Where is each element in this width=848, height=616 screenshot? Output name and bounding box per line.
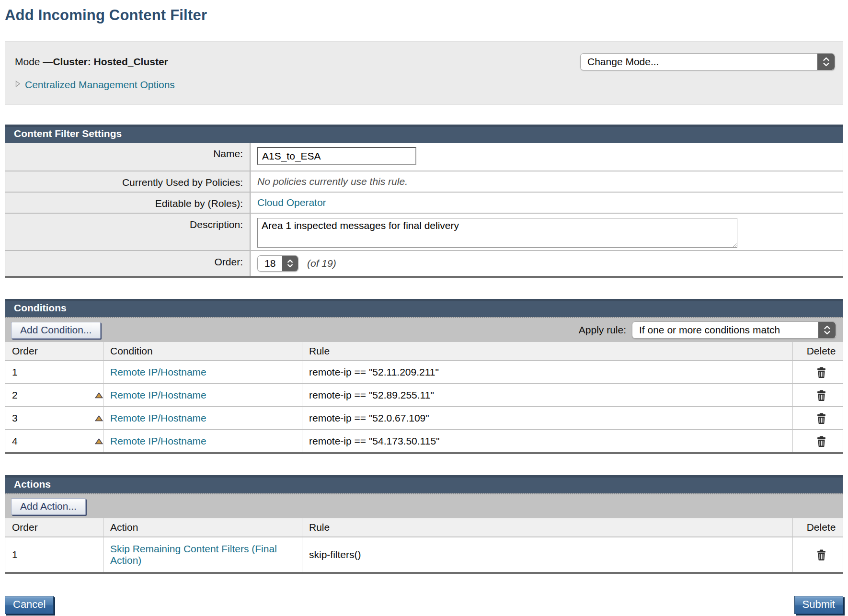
description-label: Description: (5, 214, 250, 250)
order-select[interactable]: 18 (257, 255, 298, 272)
submit-button[interactable]: Submit (794, 596, 843, 614)
description-row: Description: Area 1 inspected messages f… (5, 213, 843, 250)
trash-icon[interactable] (816, 367, 826, 378)
actions-table: Order Action Rule Delete 1 Skip Rema (5, 518, 843, 572)
triangle-right-icon (15, 80, 21, 90)
action-row: 1 Skip Remaining Content Filters (Final … (5, 536, 843, 572)
condition-order: 1 (12, 366, 18, 378)
content-filter-settings-header: Content Filter Settings (5, 125, 843, 143)
condition-order: 2 (12, 389, 18, 401)
content-filter-settings-panel: Content Filter Settings Name: Currently … (5, 125, 843, 278)
condition-row: 3 Remote IP/Hostname remote-ip == "52.0.… (5, 406, 843, 429)
actions-toolbar: Add Action... (5, 493, 843, 518)
mode-panel: Mode —Cluster: Hosted_Cluster Change Mod… (5, 41, 843, 105)
trash-icon[interactable] (816, 390, 826, 401)
triangle-up-icon[interactable] (95, 438, 103, 445)
description-textarea[interactable]: Area 1 inspected messages for final deli… (257, 218, 737, 248)
condition-link[interactable]: Remote IP/Hostname (110, 366, 206, 378)
column-header-delete: Delete (793, 342, 843, 360)
conditions-table-head: Order Condition Rule Delete (5, 342, 843, 360)
centralized-management-row: Centralized Management Options (15, 79, 835, 91)
condition-order: 3 (12, 412, 18, 424)
mode-row: Mode —Cluster: Hosted_Cluster Change Mod… (15, 53, 835, 70)
centralized-management-link[interactable]: Centralized Management Options (25, 79, 175, 91)
condition-row: 1 Remote IP/Hostname remote-ip == "52.11… (5, 360, 843, 383)
mode-value: Cluster: Hosted_Cluster (53, 56, 168, 67)
policies-row: Currently Used by Policies: No policies … (5, 171, 843, 192)
conditions-rows: 1 Remote IP/Hostname remote-ip == "52.11… (5, 360, 843, 452)
actions-table-head: Order Action Rule Delete (5, 518, 843, 536)
column-header-delete: Delete (793, 518, 843, 536)
condition-rule: remote-ip == "52.89.255.11" (302, 384, 793, 406)
condition-rule: remote-ip == "54.173.50.115" (302, 430, 793, 452)
change-mode-select-value: Change Mode... (581, 54, 817, 70)
cancel-button[interactable]: Cancel (5, 596, 54, 614)
apply-rule-group: Apply rule: If one or more conditions ma… (579, 321, 836, 339)
name-row: Name: (5, 143, 843, 171)
updown-chevrons-icon (282, 256, 298, 271)
condition-rule: remote-ip == "52.11.209.211" (302, 361, 793, 383)
trash-icon[interactable] (816, 436, 826, 447)
mode-text: Mode —Cluster: Hosted_Cluster (15, 56, 168, 68)
condition-row: 2 Remote IP/Hostname remote-ip == "52.89… (5, 383, 843, 406)
column-header-condition: Condition (103, 342, 302, 360)
column-header-action: Action (103, 518, 302, 536)
order-label: Order: (5, 251, 250, 276)
add-condition-button[interactable]: Add Condition... (11, 322, 101, 339)
order-row: Order: 18 (of 19) (5, 250, 843, 276)
order-total: (of 19) (307, 258, 336, 269)
condition-link[interactable]: Remote IP/Hostname (110, 389, 206, 401)
triangle-up-icon[interactable] (95, 392, 103, 399)
action-rule: skip-filters() (302, 537, 793, 572)
conditions-header: Conditions (5, 299, 843, 317)
trash-icon[interactable] (816, 549, 826, 560)
name-label: Name: (5, 143, 250, 171)
policies-label: Currently Used by Policies: (5, 171, 250, 192)
condition-rule: remote-ip == "52.0.67.109" (302, 407, 793, 429)
condition-order: 4 (12, 435, 18, 447)
page-title: Add Incoming Content Filter (5, 7, 843, 24)
column-header-order: Order (5, 518, 103, 536)
apply-rule-select[interactable]: If one or more conditions match (632, 321, 836, 339)
triangle-up-icon[interactable] (95, 415, 103, 422)
editable-roles-label: Editable by (Roles): (5, 193, 250, 213)
conditions-panel: Conditions Add Condition... Apply rule: … (5, 299, 843, 454)
updown-chevrons-icon (817, 54, 835, 70)
apply-rule-label: Apply rule: (579, 324, 626, 336)
page: Add Incoming Content Filter Mode —Cluste… (0, 7, 848, 614)
conditions-table: Order Condition Rule Delete 1 Remote (5, 342, 843, 452)
name-input[interactable] (257, 147, 416, 165)
column-header-rule: Rule (302, 342, 793, 360)
order-select-value: 18 (258, 256, 282, 271)
actions-header: Actions (5, 475, 843, 493)
condition-link[interactable]: Remote IP/Hostname (110, 412, 206, 424)
editable-roles-row: Editable by (Roles): Cloud Operator (5, 192, 843, 213)
action-link[interactable]: Skip Remaining Content Filters (Final Ac… (110, 543, 294, 566)
conditions-toolbar: Add Condition... Apply rule: If one or m… (5, 317, 843, 342)
actions-panel: Actions Add Action... Order Action Rule … (5, 475, 843, 574)
actions-rows: 1 Skip Remaining Content Filters (Final … (5, 536, 843, 572)
mode-label: Mode — (15, 56, 53, 67)
change-mode-select[interactable]: Change Mode... (580, 53, 835, 70)
footer: Cancel Submit (5, 596, 843, 614)
cloud-operator-link[interactable]: Cloud Operator (257, 197, 326, 208)
column-header-rule: Rule (302, 518, 793, 536)
add-action-button[interactable]: Add Action... (11, 498, 86, 515)
apply-rule-select-value: If one or more conditions match (632, 322, 818, 338)
action-order: 1 (12, 549, 18, 560)
condition-row: 4 Remote IP/Hostname remote-ip == "54.17… (5, 429, 843, 452)
trash-icon[interactable] (816, 413, 826, 424)
policies-value: No policies currently use this rule. (257, 176, 408, 187)
column-header-order: Order (5, 342, 103, 360)
updown-chevrons-icon (818, 322, 836, 338)
condition-link[interactable]: Remote IP/Hostname (110, 435, 206, 447)
